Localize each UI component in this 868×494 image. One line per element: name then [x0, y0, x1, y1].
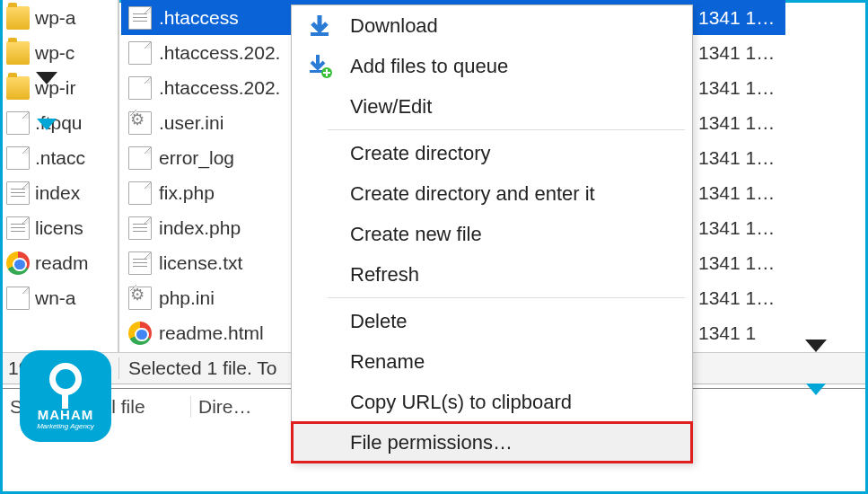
svg-rect-0: [311, 32, 329, 36]
carousel-arrow-icon[interactable]: [805, 340, 827, 352]
carousel-arrow-icon[interactable]: [37, 119, 57, 130]
tree-label: wp-c: [35, 42, 75, 64]
text-file-icon: [128, 251, 152, 275]
tree-item[interactable]: .ntacc: [3, 140, 118, 175]
menu-label: File permissions…: [350, 431, 513, 454]
menu-label: Create directory and enter it: [350, 182, 595, 206]
owner-cell: 1341 1…: [691, 280, 781, 315]
tree-label: wn-a: [35, 287, 76, 309]
chrome-icon: [128, 322, 152, 345]
text-file-icon: [6, 216, 30, 240]
menu-create-directory-enter[interactable]: Create directory and enter it: [292, 173, 692, 214]
menu-separator: [328, 297, 685, 298]
owner-column: 1341 1… 1341 1… 1341 1… 1341 1… 1341 1… …: [691, 0, 781, 352]
context-menu[interactable]: Download Add files to queue View/Edit Cr…: [291, 4, 693, 463]
folder-icon: [6, 41, 30, 65]
tree-label: readm: [35, 252, 89, 274]
text-file-icon: [128, 6, 152, 30]
tree-label: index: [35, 182, 80, 204]
menu-create-file[interactable]: Create new file: [292, 214, 692, 254]
file-icon: [6, 287, 30, 310]
tree-item[interactable]: index: [3, 175, 118, 210]
file-icon: [128, 41, 152, 65]
owner-cell: 1341 1…: [691, 70, 781, 105]
ini-file-icon: [128, 111, 152, 135]
logo-tagline: Marketing Agency: [37, 422, 94, 430]
text-file-icon: [6, 181, 30, 205]
tree-label: licens: [35, 217, 83, 239]
menu-file-permissions[interactable]: File permissions…: [292, 422, 692, 463]
tree-item[interactable]: wn-a: [3, 280, 118, 315]
owner-cell: 1341 1…: [691, 245, 781, 280]
file-icon: [128, 76, 152, 100]
tree-item[interactable]: wp-ir: [3, 70, 118, 105]
download-queue-icon: [306, 53, 333, 80]
menu-refresh[interactable]: Refresh: [292, 254, 692, 295]
carousel-arrow-icon[interactable]: [806, 384, 826, 395]
file-icon: [6, 146, 30, 170]
tree-item[interactable]: wp-a: [3, 0, 118, 35]
watermark-logo: MAHAM Marketing Agency: [20, 350, 111, 442]
menu-delete[interactable]: Delete: [292, 301, 692, 341]
file-icon: [128, 146, 152, 170]
menu-add-queue[interactable]: Add files to queue: [292, 46, 692, 86]
owner-cell: 1341 1…: [691, 210, 781, 245]
logo-name: MAHAM: [38, 407, 94, 422]
menu-label: View/Edit: [350, 95, 432, 119]
menu-label: Delete: [350, 310, 408, 333]
menu-label: Download: [350, 14, 438, 38]
carousel-arrow-icon[interactable]: [36, 72, 57, 84]
download-icon: [306, 13, 333, 40]
tree-item[interactable]: licens: [3, 210, 118, 245]
menu-rename[interactable]: Rename: [292, 341, 692, 382]
menu-label: Refresh: [350, 263, 419, 287]
menu-label: Rename: [350, 350, 425, 374]
menu-label: Create directory: [350, 142, 491, 165]
menu-label: Add files to queue: [350, 55, 508, 78]
menu-create-directory[interactable]: Create directory: [292, 133, 692, 173]
tree-item[interactable]: .ftpqu: [3, 105, 118, 140]
tree-label: wp-a: [35, 7, 76, 29]
file-icon: [128, 181, 152, 205]
tree-item[interactable]: wp-c: [3, 35, 118, 70]
folder-icon: [6, 76, 30, 100]
owner-cell: 1341 1: [691, 315, 781, 350]
menu-copy-url[interactable]: Copy URL(s) to clipboard: [292, 382, 692, 422]
menu-label: Create new file: [350, 223, 482, 246]
tree-item[interactable]: readm: [3, 245, 118, 280]
status-selection: Selected 1 file. To: [119, 357, 276, 379]
menu-download[interactable]: Download: [292, 5, 692, 46]
logo-mark-icon: [44, 363, 87, 406]
tree-label: .ntacc: [35, 147, 85, 169]
folder-icon: [6, 6, 30, 30]
owner-cell: 1341 1…: [691, 105, 781, 140]
local-file-tree[interactable]: wp-a wp-c wp-ir .ftpqu .ntacc index lice…: [3, 0, 119, 352]
menu-view-edit[interactable]: View/Edit: [292, 86, 692, 127]
owner-cell: 1341 1…: [691, 35, 781, 70]
owner-cell: 1341 1…: [691, 0, 781, 35]
menu-label: Copy URL(s) to clipboard: [350, 391, 572, 414]
ini-file-icon: [128, 287, 152, 310]
menu-separator: [328, 129, 685, 130]
owner-cell: 1341 1…: [691, 140, 781, 175]
file-icon: [6, 111, 30, 135]
text-file-icon: [128, 216, 152, 240]
chrome-icon: [6, 251, 30, 275]
owner-cell: 1341 1…: [691, 175, 781, 210]
